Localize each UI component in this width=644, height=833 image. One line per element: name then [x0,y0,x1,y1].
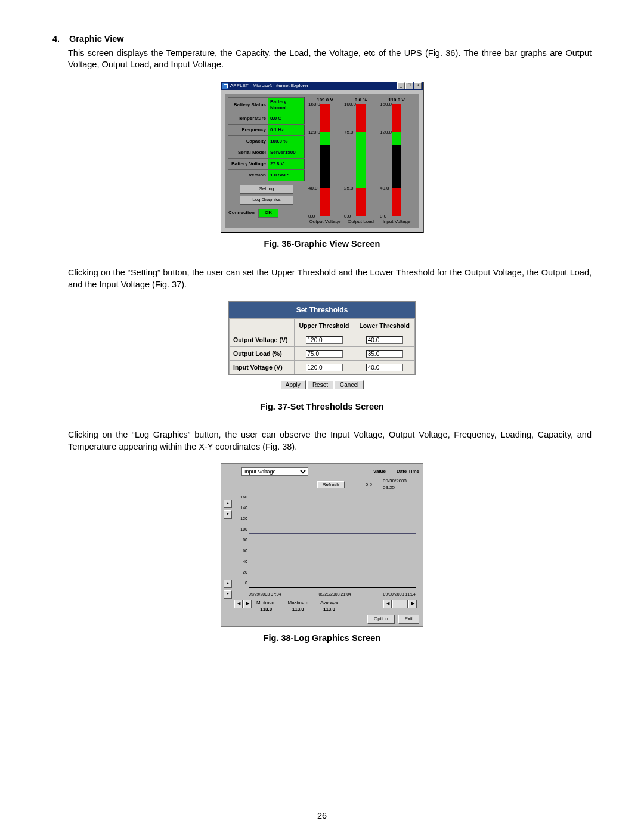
scroll-track[interactable] [392,600,408,608]
paragraph-2: Clicking on the “Setting” button, the us… [68,267,592,290]
exit-button[interactable]: Exit [398,615,419,624]
line-series [249,533,416,534]
scroll-down-button-2[interactable]: ▼ [224,590,232,599]
th-blank [230,319,295,333]
page-number: 26 [0,810,644,822]
set-thresholds-panel: Set Thresholds Upper Threshold Lower Thr… [228,301,416,375]
figure-36-caption: Fig. 36-Graphic View Screen [52,239,592,250]
bar-output-load: 0.0 % 100.0 75.0 25.0 0.0 [344,97,377,225]
scroll-right-button[interactable]: ▶ [243,600,252,608]
minimize-button[interactable]: _ [397,82,405,89]
section-number: 4. [52,33,67,45]
close-button[interactable]: × [414,82,422,89]
setting-button[interactable]: Setting [240,185,293,194]
th-upper-header: Upper Threshold [294,319,354,333]
maximize-button[interactable]: □ [405,82,413,89]
row-value: Battery Normal [268,97,305,113]
bar-label: Output Voltage [309,219,341,225]
scroll-down-button[interactable]: ▼ [224,510,232,519]
avg-value: 113.0 [323,606,335,612]
graphic-view-window: APPLET - Microsoft Internet Explorer _ □… [221,82,423,233]
scroll-right-button-2[interactable]: ▶ [408,600,417,608]
metric-dropdown[interactable]: Input Voltage [242,467,308,476]
output-voltage-lower-input[interactable] [366,336,403,344]
log-graphics-panel: Input Voltage Value Date Time Refresh 0.… [221,463,423,627]
option-button[interactable]: Option [367,615,395,624]
row-label: Battery Status [228,97,268,113]
paragraph-1: This screen displays the Temperature, th… [68,48,592,71]
apply-button[interactable]: Apply [280,380,306,389]
scroll-up-button[interactable]: ▲ [224,500,232,508]
scroll-up-button-2[interactable]: ▲ [224,580,232,588]
th-row-label: Output Voltage (V) [230,333,295,346]
figure-37-caption: Fig. 37-Set Thresholds Screen [52,401,592,413]
section-heading: 4. Graphic View [52,33,592,45]
latest-value: 0.5 [366,482,372,488]
avg-label: Average [320,600,338,606]
output-load-lower-input[interactable] [366,350,403,358]
window-title: APPLET - Microsoft Internet Explorer [230,83,397,89]
input-voltage-upper-input[interactable] [306,364,343,371]
status-table: Battery Status Battery Normal Temperatur… [228,97,305,182]
cancel-button[interactable]: Cancel [335,380,364,389]
window-titlebar[interactable]: APPLET - Microsoft Internet Explorer _ □… [221,82,423,90]
log-graphics-button[interactable]: Log Graphics [240,196,293,205]
min-value: 113.0 [260,606,272,612]
value-header: Value [373,469,386,475]
refresh-button[interactable]: Refresh [317,481,345,489]
connection-label: Connection [228,210,255,216]
latest-datetime: 09/30/2003 03:25 [383,478,419,491]
bar-output-voltage: 109.0 V 160.0 120.0 40.0 0.0 [308,97,342,225]
max-value: 113.0 [292,606,304,612]
section-title: Graphic View [69,34,124,44]
output-load-upper-input[interactable] [306,350,343,358]
max-label: Maximum [287,600,308,606]
figure-38-caption: Fig. 38-Log Graphics Screen [52,633,592,645]
th-lower-header: Lower Threshold [354,319,415,333]
log-chart: 160 140 120 100 80 60 40 20 0 09/29/2003… [233,494,419,599]
scroll-left-button[interactable]: ◀ [234,600,243,608]
bar-input-voltage: 110.0 V 160.0 120.0 40.0 0.0 [380,97,413,225]
datetime-header: Date Time [397,469,419,475]
input-voltage-lower-input[interactable] [366,364,403,371]
scroll-left-button-2[interactable]: ◀ [383,600,392,608]
paragraph-3: Clicking on the “Log Graphics” button, t… [68,429,592,453]
min-label: Minimum [256,600,275,606]
output-voltage-upper-input[interactable] [306,336,343,344]
connection-value: OK [258,209,278,218]
ie-icon [222,83,228,89]
thresholds-title: Set Thresholds [229,302,415,318]
reset-button[interactable]: Reset [307,380,333,389]
